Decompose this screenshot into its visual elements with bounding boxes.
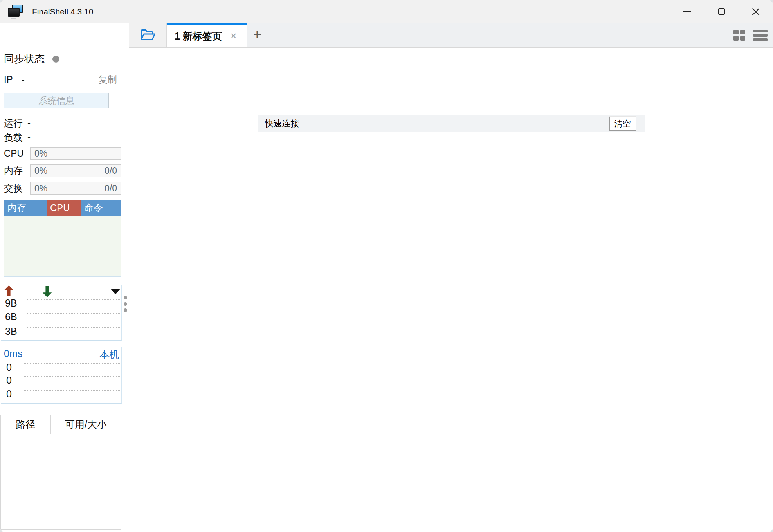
ping-tick-label: 0 — [6, 362, 12, 373]
ping-latency-value: 0ms — [4, 348, 22, 361]
swap-meter-label: 交换 — [4, 182, 29, 195]
tab-title: 1 新标签页 — [175, 30, 222, 43]
window-controls — [670, 0, 773, 23]
load-value: - — [27, 132, 31, 144]
copy-ip-button[interactable]: 复制 — [98, 73, 117, 86]
network-traffic-graph: 9B 6B 3B — [1, 285, 122, 341]
process-table-header: 内存 CPU 命令 — [4, 200, 121, 216]
ping-host-label[interactable]: 本机 — [99, 348, 119, 361]
net-gridline — [27, 313, 120, 314]
title-bar: FinalShell 4.3.10 — [0, 0, 773, 23]
clear-button[interactable]: 清空 — [609, 117, 636, 131]
cpu-meter-bar: 0% — [30, 147, 121, 160]
window-title: FinalShell 4.3.10 — [32, 7, 93, 16]
cpu-meter-label: CPU — [4, 147, 29, 160]
sync-status-dot-icon — [52, 56, 59, 63]
sidebar-splitter-handle[interactable] — [124, 296, 127, 312]
process-col-command[interactable]: 命令 — [81, 200, 121, 216]
quick-connect-panel: 快速连接 清空 — [258, 115, 645, 132]
tab-close-icon[interactable]: × — [231, 31, 237, 41]
ip-label: IP — [4, 74, 13, 85]
system-info-button[interactable]: 系统信息 — [4, 93, 109, 108]
download-arrow-icon — [42, 286, 52, 297]
net-gridline — [27, 327, 120, 328]
open-connections-button[interactable] — [129, 23, 167, 47]
disk-col-path[interactable]: 路径 — [1, 415, 51, 434]
ping-gridline — [23, 376, 120, 377]
net-gridline — [27, 299, 120, 300]
tab-bar-spacer — [261, 23, 733, 47]
sync-status-row: 同步状态 — [4, 52, 59, 66]
ip-value: - — [22, 74, 25, 85]
ping-tick-label: 0 — [6, 388, 12, 400]
quick-connect-title: 快速连接 — [265, 118, 299, 130]
process-table[interactable]: 内存 CPU 命令 — [4, 200, 121, 277]
ip-row: IP - 复制 — [4, 73, 117, 86]
disk-table-header: 路径 可用/大小 — [1, 415, 121, 434]
minimize-button[interactable] — [670, 0, 704, 23]
app-window: FinalShell 4.3.10 同步状态 IP - 复制 系统信息 运行 - — [0, 0, 773, 532]
memory-percent: 0% — [34, 166, 47, 176]
ping-latency-graph: 0ms 本机 0 0 0 — [1, 347, 122, 404]
main-menu-button[interactable] — [753, 30, 768, 41]
load-row: 负载 - — [4, 132, 31, 144]
maximize-button[interactable] — [704, 0, 739, 23]
net-tick-label: 6B — [5, 311, 17, 323]
new-tab-button[interactable]: + — [253, 27, 261, 43]
layout-grid-button[interactable] — [733, 30, 745, 41]
upload-arrow-icon — [4, 285, 14, 296]
main-area: 1 新标签页 × + 快速连接 清空 — [129, 23, 773, 532]
process-col-cpu[interactable]: CPU — [47, 200, 81, 216]
tab-new-tab[interactable]: 1 新标签页 × — [167, 23, 247, 47]
swap-meter-bar: 0% 0/0 — [30, 182, 121, 195]
network-graph-legend — [4, 285, 124, 296]
cpu-percent: 0% — [34, 148, 47, 159]
uptime-label: 运行 — [4, 117, 23, 130]
monitor-front-icon — [8, 8, 20, 17]
net-tick-label: 9B — [5, 298, 17, 309]
monitor-sidebar: 同步状态 IP - 复制 系统信息 运行 - 负载 - CPU 0% — [0, 23, 129, 532]
load-label: 负载 — [4, 132, 23, 144]
ping-gridline — [23, 390, 120, 391]
interface-dropdown-icon[interactable] — [110, 289, 121, 294]
uptime-row: 运行 - — [4, 117, 31, 130]
close-button[interactable] — [739, 0, 773, 23]
swap-percent: 0% — [34, 183, 47, 194]
uptime-value: - — [27, 117, 31, 130]
maximize-icon — [718, 8, 725, 15]
disk-col-size[interactable]: 可用/大小 — [51, 415, 121, 434]
app-logo-icon — [7, 4, 24, 20]
memory-meter-bar: 0% 0/0 — [30, 164, 121, 177]
tab-bar: 1 新标签页 × + — [129, 23, 773, 48]
ping-gridline — [23, 363, 120, 364]
minimize-icon — [683, 11, 691, 12]
disk-table[interactable]: 路径 可用/大小 — [0, 415, 121, 530]
folder-open-icon — [140, 29, 156, 42]
sync-status-label: 同步状态 — [4, 52, 45, 66]
ping-tick-label: 0 — [6, 375, 12, 386]
memory-ratio: 0/0 — [105, 166, 117, 176]
ping-graph-header: 0ms 本机 — [4, 348, 119, 361]
swap-ratio: 0/0 — [105, 183, 117, 194]
process-col-memory[interactable]: 内存 — [4, 200, 47, 216]
memory-meter-label: 内存 — [4, 164, 29, 177]
close-icon — [751, 7, 760, 16]
net-tick-label: 3B — [5, 326, 17, 337]
content-area: 快速连接 清空 — [129, 48, 773, 532]
